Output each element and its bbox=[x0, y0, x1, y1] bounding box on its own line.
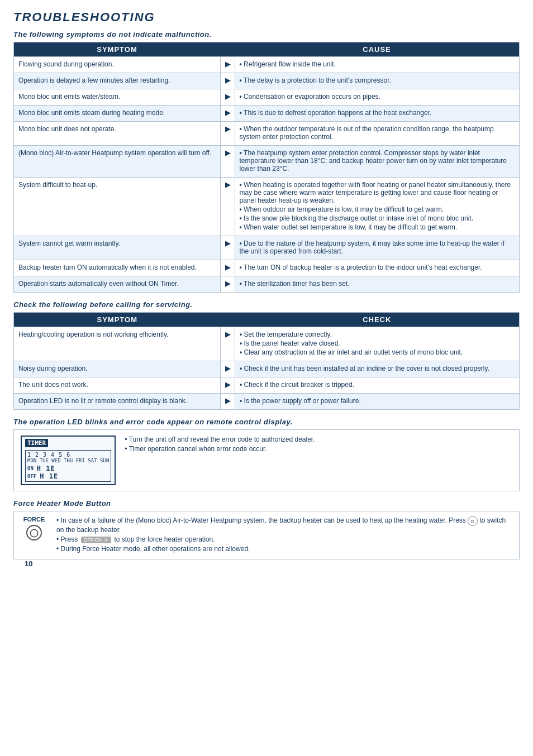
section3-heading: The operation LED blinks and error code … bbox=[13, 418, 520, 426]
list-item: The heatpump system enter protection con… bbox=[240, 149, 515, 173]
list-item: Is the panel heater valve closed. bbox=[240, 339, 515, 347]
page-number: 10 bbox=[25, 559, 531, 568]
arrow-icon: ▶ bbox=[220, 106, 235, 122]
cause-cell: When the outdoor temperature is out of t… bbox=[235, 122, 519, 146]
table-row: System cannot get warm instantly.▶Due to… bbox=[14, 236, 520, 260]
section2-col-symptom: SYMPTOM bbox=[14, 313, 221, 327]
timer-seg1: H 1E bbox=[37, 465, 55, 472]
section2-col-check: CHECK bbox=[235, 313, 520, 327]
timer-on-label: ON bbox=[27, 466, 34, 471]
arrow-icon: ▶ bbox=[221, 327, 235, 361]
table-row: (Mono bloc) Air-to-water Heatpump system… bbox=[14, 146, 520, 178]
list-item: Press OFF/ON ① to stop the force heater … bbox=[56, 535, 512, 543]
table-row: Operation is delayed a few minutes after… bbox=[14, 73, 520, 89]
timer-days: MON TUE WED THU FRI SAT SUN bbox=[27, 458, 109, 463]
cause-cell: This is due to defrost operation happens… bbox=[235, 106, 519, 122]
cause-cell: The delay is a protection to the unit's … bbox=[235, 73, 519, 89]
list-item: Check if the unit has been installed at … bbox=[240, 365, 515, 372]
section3-content: TIMER 1 2 3 4 5 6 MON TUE WED THU FRI SA… bbox=[13, 429, 520, 491]
table-row: Noisy during operation.▶Check if the uni… bbox=[14, 361, 520, 377]
list-item: Clear any obstruction at the air inlet a… bbox=[240, 348, 515, 356]
table-row: Mono bloc unit does not operate.▶When th… bbox=[14, 122, 520, 146]
symptom-cell: Mono bloc unit emits water/steam. bbox=[14, 89, 221, 106]
table-row: System difficult to heat-up.▶When heatin… bbox=[14, 178, 520, 236]
list-item: Is the power supply off or power failure… bbox=[240, 397, 515, 405]
table-row: Heating/cooling operation is not working… bbox=[14, 327, 520, 361]
arrow-icon: ▶ bbox=[221, 394, 235, 410]
symptom-cell: System difficult to heat-up. bbox=[14, 178, 221, 236]
cause-cell: Refrigerant flow inside the unit. bbox=[235, 57, 519, 73]
symptom-cell: (Mono bloc) Air-to-water Heatpump system… bbox=[14, 146, 221, 178]
force-circle-icon: ◯ bbox=[26, 525, 42, 540]
cause-cell: The turn ON of backup heater is a protec… bbox=[235, 260, 519, 276]
symptom-cell: Operation LED is no lit or remote contro… bbox=[14, 394, 221, 410]
arrow-icon: ▶ bbox=[220, 276, 235, 293]
table-row: Backup heater turn ON automatically when… bbox=[14, 260, 520, 276]
section1-col-symptom: SYMPTOM bbox=[14, 42, 221, 57]
symptom-cell: System cannot get warm instantly. bbox=[14, 236, 221, 260]
timer-off-label: OFF bbox=[27, 473, 36, 479]
list-item: Timer operation cancel when error code o… bbox=[125, 445, 315, 453]
section2-col-arrow bbox=[221, 313, 235, 327]
symptom-cell: Noisy during operation. bbox=[14, 361, 221, 377]
cause-cell: The heatpump system enter protection con… bbox=[235, 146, 519, 178]
list-item: The sterilization timer has been set. bbox=[240, 280, 515, 288]
timer-digits: 1 2 3 4 5 6 bbox=[27, 452, 109, 458]
list-item: Refrigerant flow inside the unit. bbox=[240, 60, 515, 68]
arrow-icon: ▶ bbox=[220, 178, 235, 236]
symptom-cell: Operation is delayed a few minutes after… bbox=[14, 73, 221, 89]
cause-cell: Due to the nature of the heatpump system… bbox=[235, 236, 519, 260]
arrow-icon: ▶ bbox=[221, 361, 235, 377]
check-cell: Set the temperature correctly.Is the pan… bbox=[235, 327, 520, 361]
force-icon-box: FORCE ◯ bbox=[21, 516, 47, 540]
list-item: Is the snow pile blocking the discharge … bbox=[240, 214, 515, 222]
list-item: Check if the circuit breaker is tripped. bbox=[240, 381, 515, 389]
list-item: Condensation or evaporation occurs on pi… bbox=[240, 93, 515, 101]
table-row: Flowing sound during operation.▶Refriger… bbox=[14, 57, 520, 73]
force-button-icon[interactable]: ⊙ bbox=[468, 516, 478, 526]
arrow-icon: ▶ bbox=[220, 57, 235, 73]
symptom-cell: Backup heater turn ON automatically when… bbox=[14, 260, 221, 276]
check-cell: Check if the unit has been installed at … bbox=[235, 361, 520, 377]
table-row: Mono bloc unit emits water/steam.▶Conden… bbox=[14, 89, 520, 106]
list-item: When heating is operated together with f… bbox=[240, 181, 515, 204]
list-item: Turn the unit off and reveal the error c… bbox=[125, 436, 315, 443]
list-item: In case of a failure of the (Mono bloc) … bbox=[56, 516, 512, 534]
page-title: TROUBLESHOOTING bbox=[13, 10, 520, 25]
section2-heading: Check the following before calling for s… bbox=[13, 300, 520, 309]
table-row: Operation starts automatically even with… bbox=[14, 276, 520, 293]
check-cell: Check if the circuit breaker is tripped. bbox=[235, 377, 520, 394]
table-row: Mono bloc unit emits steam during heatin… bbox=[14, 106, 520, 122]
symptom-cell: Heating/cooling operation is not working… bbox=[14, 327, 221, 361]
list-item: This is due to defrost operation happens… bbox=[240, 109, 515, 117]
symptom-cell: Mono bloc unit does not operate. bbox=[14, 122, 221, 146]
section2-wrapper: Check the following before calling for s… bbox=[13, 300, 520, 410]
check-cell: Is the power supply off or power failure… bbox=[235, 394, 520, 410]
cause-cell: When heating is operated together with f… bbox=[235, 178, 519, 236]
cause-cell: Condensation or evaporation occurs on pi… bbox=[235, 89, 519, 106]
list-item: The delay is a protection to the unit's … bbox=[240, 76, 515, 84]
cause-cell: The sterilization timer has been set. bbox=[235, 276, 519, 293]
section3-bullets: Turn the unit off and reveal the error c… bbox=[125, 436, 315, 454]
section1-heading: The following symptoms do not indicate m… bbox=[13, 30, 520, 39]
arrow-icon: ▶ bbox=[221, 377, 235, 394]
arrow-icon: ▶ bbox=[220, 73, 235, 89]
force-label: FORCE bbox=[23, 516, 45, 523]
list-item: When water outlet set temperature is low… bbox=[240, 223, 515, 231]
symptom-cell: Flowing sound during operation. bbox=[14, 57, 221, 73]
arrow-icon: ▶ bbox=[220, 260, 235, 276]
list-item: Set the temperature correctly. bbox=[240, 331, 515, 338]
arrow-icon: ▶ bbox=[220, 236, 235, 260]
list-item: During Force Heater mode, all other oper… bbox=[56, 545, 512, 553]
timer-seg2: H 1E bbox=[40, 472, 58, 480]
table-row: Operation LED is no lit or remote contro… bbox=[14, 394, 520, 410]
section1-table: SYMPTOM CAUSE Flowing sound during opera… bbox=[13, 42, 520, 293]
table-row: The unit does not work.▶Check if the cir… bbox=[14, 377, 520, 394]
list-item: When outdoor air temperature is low, it … bbox=[240, 205, 515, 213]
list-item: Due to the nature of the heatpump system… bbox=[240, 240, 515, 255]
off-on-button[interactable]: OFF/ON ① bbox=[81, 537, 112, 543]
section2-table: SYMPTOM CHECK Heating/cooling operation … bbox=[13, 312, 520, 410]
symptom-cell: Operation starts automatically even with… bbox=[14, 276, 221, 293]
section4-heading: Force Heater Mode Button bbox=[13, 499, 520, 508]
section4-wrapper: Force Heater Mode Button FORCE ◯ In case… bbox=[13, 499, 520, 559]
